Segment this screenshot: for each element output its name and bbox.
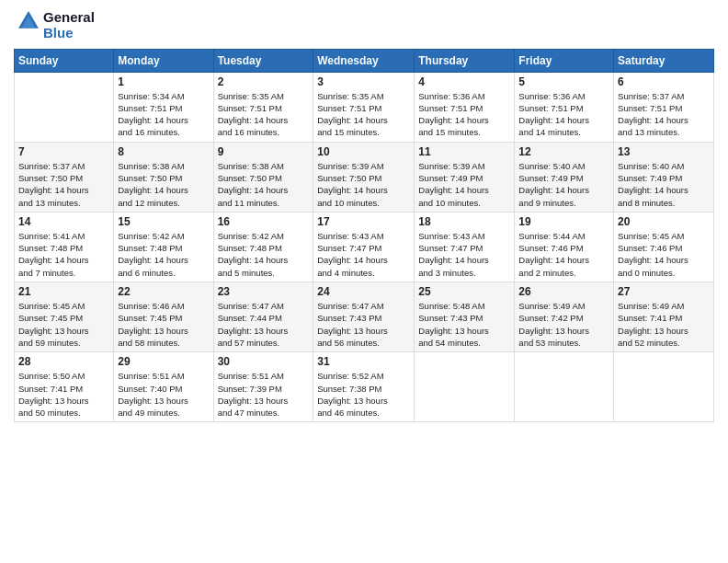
calendar-cell: 30Sunrise: 5:51 AMSunset: 7:39 PMDayligh… — [213, 352, 313, 422]
calendar-cell: 1Sunrise: 5:34 AMSunset: 7:51 PMDaylight… — [114, 72, 213, 142]
day-number: 20 — [618, 215, 710, 228]
day-info: Sunrise: 5:52 AMSunset: 7:38 PMDaylight:… — [317, 370, 410, 419]
calendar-cell: 11Sunrise: 5:39 AMSunset: 7:49 PMDayligh… — [415, 142, 515, 212]
day-number: 9 — [218, 145, 310, 158]
calendar-cell: 13Sunrise: 5:40 AMSunset: 7:49 PMDayligh… — [614, 142, 714, 212]
calendar-cell: 15Sunrise: 5:42 AMSunset: 7:48 PMDayligh… — [114, 212, 213, 282]
day-number: 6 — [618, 75, 710, 88]
week-row-1: 1Sunrise: 5:34 AMSunset: 7:51 PMDaylight… — [15, 72, 714, 142]
day-info: Sunrise: 5:49 AMSunset: 7:42 PMDaylight:… — [518, 300, 609, 349]
week-row-4: 21Sunrise: 5:45 AMSunset: 7:45 PMDayligh… — [15, 282, 714, 352]
week-row-2: 7Sunrise: 5:37 AMSunset: 7:50 PMDaylight… — [15, 142, 714, 212]
calendar-cell: 14Sunrise: 5:41 AMSunset: 7:48 PMDayligh… — [15, 212, 114, 282]
day-number: 10 — [317, 145, 410, 158]
calendar-cell: 29Sunrise: 5:51 AMSunset: 7:40 PMDayligh… — [114, 352, 213, 422]
calendar-cell: 2Sunrise: 5:35 AMSunset: 7:51 PMDaylight… — [213, 72, 313, 142]
calendar-cell: 31Sunrise: 5:52 AMSunset: 7:38 PMDayligh… — [313, 352, 415, 422]
day-info: Sunrise: 5:41 AMSunset: 7:48 PMDaylight:… — [18, 230, 109, 279]
day-info: Sunrise: 5:47 AMSunset: 7:43 PMDaylight:… — [317, 300, 410, 349]
day-info: Sunrise: 5:48 AMSunset: 7:43 PMDaylight:… — [418, 300, 510, 349]
day-number: 28 — [18, 355, 109, 368]
day-info: Sunrise: 5:36 AMSunset: 7:51 PMDaylight:… — [418, 90, 510, 139]
calendar-cell: 22Sunrise: 5:46 AMSunset: 7:45 PMDayligh… — [114, 282, 213, 352]
day-number: 21 — [18, 285, 109, 298]
logo-icon — [16, 8, 41, 34]
day-info: Sunrise: 5:38 AMSunset: 7:50 PMDaylight:… — [218, 160, 310, 209]
weekday-header-monday: Monday — [114, 49, 213, 72]
calendar-cell: 21Sunrise: 5:45 AMSunset: 7:45 PMDayligh… — [15, 282, 114, 352]
day-info: Sunrise: 5:35 AMSunset: 7:51 PMDaylight:… — [317, 90, 410, 139]
day-number: 17 — [317, 215, 410, 228]
day-number: 11 — [418, 145, 510, 158]
day-number: 23 — [218, 285, 310, 298]
day-number: 7 — [18, 145, 109, 158]
day-number: 16 — [218, 215, 310, 228]
logo-line1: General — [43, 9, 95, 25]
day-number: 1 — [118, 75, 209, 88]
day-number: 26 — [518, 285, 609, 298]
weekday-header-tuesday: Tuesday — [213, 49, 313, 72]
calendar-cell: 12Sunrise: 5:40 AMSunset: 7:49 PMDayligh… — [515, 142, 614, 212]
day-number: 13 — [618, 145, 710, 158]
day-info: Sunrise: 5:42 AMSunset: 7:48 PMDaylight:… — [218, 230, 310, 279]
day-number: 8 — [118, 145, 209, 158]
weekday-header-row: SundayMondayTuesdayWednesdayThursdayFrid… — [15, 49, 714, 72]
day-number: 12 — [518, 145, 609, 158]
day-info: Sunrise: 5:34 AMSunset: 7:51 PMDaylight:… — [118, 90, 209, 139]
day-info: Sunrise: 5:46 AMSunset: 7:45 PMDaylight:… — [118, 300, 209, 349]
day-info: Sunrise: 5:51 AMSunset: 7:39 PMDaylight:… — [218, 370, 310, 419]
day-info: Sunrise: 5:45 AMSunset: 7:46 PMDaylight:… — [618, 230, 710, 279]
day-number: 15 — [118, 215, 209, 228]
day-number: 2 — [218, 75, 310, 88]
day-info: Sunrise: 5:37 AMSunset: 7:51 PMDaylight:… — [618, 90, 710, 139]
calendar-cell: 20Sunrise: 5:45 AMSunset: 7:46 PMDayligh… — [614, 212, 714, 282]
day-info: Sunrise: 5:49 AMSunset: 7:41 PMDaylight:… — [618, 300, 710, 349]
day-info: Sunrise: 5:47 AMSunset: 7:44 PMDaylight:… — [218, 300, 310, 349]
weekday-header-thursday: Thursday — [415, 49, 515, 72]
calendar-cell: 25Sunrise: 5:48 AMSunset: 7:43 PMDayligh… — [415, 282, 515, 352]
day-number: 25 — [418, 285, 510, 298]
calendar-cell — [415, 352, 515, 422]
day-info: Sunrise: 5:36 AMSunset: 7:51 PMDaylight:… — [518, 90, 609, 139]
calendar-cell: 18Sunrise: 5:43 AMSunset: 7:47 PMDayligh… — [415, 212, 515, 282]
calendar-cell: 7Sunrise: 5:37 AMSunset: 7:50 PMDaylight… — [15, 142, 114, 212]
day-number: 22 — [118, 285, 209, 298]
calendar-cell: 19Sunrise: 5:44 AMSunset: 7:46 PMDayligh… — [515, 212, 614, 282]
weekday-header-friday: Friday — [515, 49, 614, 72]
day-info: Sunrise: 5:39 AMSunset: 7:50 PMDaylight:… — [317, 160, 410, 209]
day-info: Sunrise: 5:43 AMSunset: 7:47 PMDaylight:… — [418, 230, 510, 279]
calendar-cell: 10Sunrise: 5:39 AMSunset: 7:50 PMDayligh… — [313, 142, 415, 212]
day-info: Sunrise: 5:39 AMSunset: 7:49 PMDaylight:… — [418, 160, 510, 209]
day-info: Sunrise: 5:40 AMSunset: 7:49 PMDaylight:… — [518, 160, 609, 209]
calendar-cell: 4Sunrise: 5:36 AMSunset: 7:51 PMDaylight… — [415, 72, 515, 142]
calendar-cell — [614, 352, 714, 422]
day-number: 14 — [18, 215, 109, 228]
day-number: 18 — [418, 215, 510, 228]
calendar-cell: 23Sunrise: 5:47 AMSunset: 7:44 PMDayligh… — [213, 282, 313, 352]
calendar-cell: 3Sunrise: 5:35 AMSunset: 7:51 PMDaylight… — [313, 72, 415, 142]
day-number: 27 — [618, 285, 710, 298]
day-number: 5 — [518, 75, 609, 88]
calendar-cell: 8Sunrise: 5:38 AMSunset: 7:50 PMDaylight… — [114, 142, 213, 212]
logo-line2: Blue — [43, 25, 95, 40]
calendar-cell: 26Sunrise: 5:49 AMSunset: 7:42 PMDayligh… — [515, 282, 614, 352]
day-info: Sunrise: 5:44 AMSunset: 7:46 PMDaylight:… — [518, 230, 609, 279]
calendar-cell: 5Sunrise: 5:36 AMSunset: 7:51 PMDaylight… — [515, 72, 614, 142]
day-info: Sunrise: 5:51 AMSunset: 7:40 PMDaylight:… — [118, 370, 209, 419]
weekday-header-wednesday: Wednesday — [313, 49, 415, 72]
week-row-5: 28Sunrise: 5:50 AMSunset: 7:41 PMDayligh… — [15, 352, 714, 422]
page: General Blue SundayMondayTuesdayWednesda… — [0, 0, 728, 563]
calendar-cell: 17Sunrise: 5:43 AMSunset: 7:47 PMDayligh… — [313, 212, 415, 282]
day-number: 31 — [317, 355, 410, 368]
header: General Blue — [14, 9, 714, 41]
calendar-cell: 28Sunrise: 5:50 AMSunset: 7:41 PMDayligh… — [15, 352, 114, 422]
day-number: 29 — [118, 355, 209, 368]
day-info: Sunrise: 5:45 AMSunset: 7:45 PMDaylight:… — [18, 300, 109, 349]
day-info: Sunrise: 5:37 AMSunset: 7:50 PMDaylight:… — [18, 160, 109, 209]
day-number: 19 — [518, 215, 609, 228]
day-number: 24 — [317, 285, 410, 298]
calendar-cell — [15, 72, 114, 142]
day-info: Sunrise: 5:43 AMSunset: 7:47 PMDaylight:… — [317, 230, 410, 279]
week-row-3: 14Sunrise: 5:41 AMSunset: 7:48 PMDayligh… — [15, 212, 714, 282]
day-info: Sunrise: 5:40 AMSunset: 7:49 PMDaylight:… — [618, 160, 710, 209]
